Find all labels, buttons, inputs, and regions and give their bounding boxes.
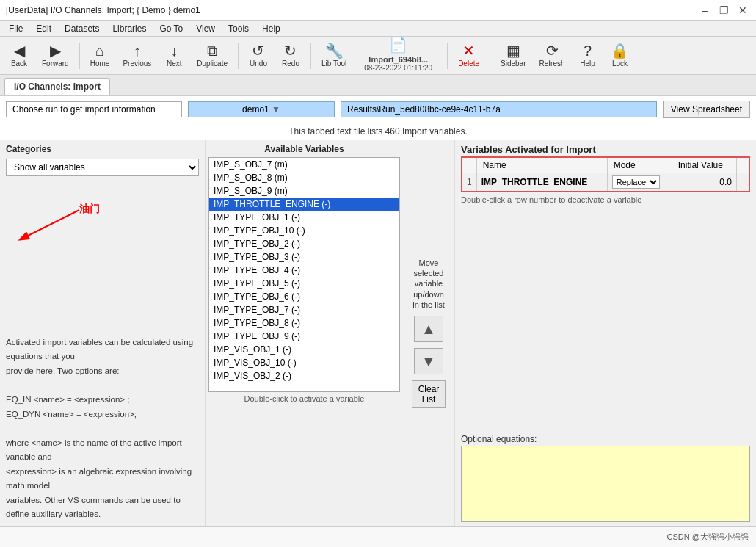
- sidebar-label: Sidebar: [501, 59, 526, 68]
- parsfile-icon: 📄: [389, 37, 407, 52]
- desc-code2: EQ_DYN <name> = <expression>;: [6, 410, 137, 419]
- home-label: Home: [90, 59, 110, 68]
- col-num-header: [462, 157, 476, 173]
- help-button[interactable]: ? Help: [573, 40, 603, 72]
- deactivate-hint: Double-click a row number to deactivate …: [461, 195, 750, 204]
- demo-dropdown-arrow[interactable]: ▼: [272, 104, 280, 115]
- list-item[interactable]: IMP_VIS_OBJ_1 (-): [209, 343, 399, 356]
- redo-button[interactable]: ↻ Redo: [276, 40, 305, 72]
- list-item[interactable]: IMP_VIS_OBJ_10 (-): [209, 356, 399, 369]
- col-scroll-header: [737, 157, 750, 173]
- col-name-header: Name: [476, 157, 607, 173]
- top-controls: Choose run to get import information dem…: [0, 96, 756, 123]
- previous-icon: ↑: [134, 43, 141, 58]
- list-item[interactable]: IMP_TYPE_OBJ_2 (-): [209, 237, 399, 250]
- close-button[interactable]: ✕: [735, 3, 750, 18]
- vars-activated-label: Variables Activated for Import: [461, 144, 750, 155]
- run-dropdown[interactable]: Choose run to get import information: [6, 101, 182, 117]
- right-panel: Variables Activated for Import Name Mode…: [455, 140, 756, 526]
- list-item[interactable]: IMP_TYPE_OBJ_4 (-): [209, 264, 399, 277]
- sidebar-button[interactable]: ▦ Sidebar: [495, 40, 531, 72]
- file-date: 08-23-2022 01:11:20: [364, 64, 432, 72]
- run-path: Results\Run_5ed808bc-ce9e-4c11-b7a: [341, 101, 657, 117]
- list-item[interactable]: IMP_TYPE_OBJ_8 (-): [209, 316, 399, 330]
- watermark-bar: CSDN @大强强小强强: [0, 526, 756, 547]
- equations-textarea[interactable]: [461, 446, 750, 522]
- spacer-cell: [737, 173, 750, 192]
- desc-line7: where <name> is the name of the active i…: [6, 438, 182, 462]
- list-item[interactable]: IMP_TYPE_OBJ_3 (-): [209, 250, 399, 264]
- forward-button[interactable]: ▶ Forward: [37, 40, 74, 72]
- next-label: Next: [167, 59, 182, 68]
- toolbar-separator-1: [79, 43, 80, 69]
- desc-line9: variables. Other VS commands can be used…: [6, 496, 181, 519]
- list-item[interactable]: IMP_S_OBJ_9 (m): [209, 184, 399, 198]
- move-controls: Moveselectedvariableup/downin the list ▲…: [403, 140, 454, 526]
- previous-label: Previous: [123, 59, 151, 68]
- list-item[interactable]: IMP_TYPE_OBJ_10 (-): [209, 224, 399, 237]
- lock-button[interactable]: 🔒 Lock: [606, 40, 635, 72]
- list-item[interactable]: IMP_TYPE_OBJ_7 (-): [209, 303, 399, 316]
- run-dropdown-wrapper: Choose run to get import information: [6, 101, 182, 117]
- list-item[interactable]: IMP_VIS_OBJ_2 (-): [209, 369, 399, 383]
- list-item[interactable]: IMP_S_OBJ_7 (m): [209, 158, 399, 171]
- move-up-button[interactable]: ▲: [414, 316, 443, 342]
- menu-view[interactable]: View: [190, 23, 221, 35]
- menu-tools[interactable]: Tools: [222, 23, 255, 35]
- menu-libraries[interactable]: Libraries: [106, 23, 152, 35]
- activated-vars-table: Name Mode Initial Value 1 IMP_THROTTLE_E…: [461, 156, 750, 192]
- tabbar: I/O Channels: Import: [0, 75, 756, 96]
- clear-list-button[interactable]: ClearList: [412, 380, 446, 408]
- desc-code1: EQ_IN <name> = <expression> ;: [6, 395, 129, 404]
- mode-select[interactable]: Replace Add: [612, 175, 660, 189]
- desc-line1: Activated import variables can be calcul…: [6, 338, 193, 361]
- available-variables-list[interactable]: IMP_S_OBJ_7 (m) IMP_S_OBJ_8 (m) IMP_S_OB…: [208, 157, 400, 392]
- list-item[interactable]: IMP_S_OBJ_8 (m): [209, 171, 399, 184]
- menu-goto[interactable]: Go To: [153, 23, 189, 35]
- previous-button[interactable]: ↑ Previous: [117, 40, 156, 72]
- menu-file[interactable]: File: [3, 23, 29, 35]
- description-area: Activated import variables can be calcul…: [6, 330, 199, 522]
- menu-help[interactable]: Help: [256, 23, 286, 35]
- move-down-button[interactable]: ▼: [414, 348, 443, 374]
- next-button[interactable]: ↓ Next: [159, 40, 189, 72]
- duplicate-label: Duplicate: [197, 59, 228, 68]
- menu-datasets[interactable]: Datasets: [59, 23, 105, 35]
- list-item-selected[interactable]: IMP_THROTTLE_ENGINE (-): [209, 198, 399, 211]
- minimize-button[interactable]: –: [697, 3, 712, 18]
- annotation-arrow: [6, 188, 206, 335]
- duplicate-icon: ⧉: [207, 43, 217, 58]
- list-item[interactable]: IMP_TYPE_OBJ_9 (-): [209, 330, 399, 343]
- menu-edit[interactable]: Edit: [30, 23, 57, 35]
- delete-button[interactable]: ✕ Delete: [453, 40, 484, 72]
- demo-input[interactable]: demo1 ▼: [188, 101, 335, 117]
- undo-button[interactable]: ↺ Undo: [244, 40, 273, 72]
- table-row: 1 IMP_THROTTLE_ENGINE Replace Add 0.0: [462, 173, 749, 192]
- list-item[interactable]: IMP_TYPE_OBJ_6 (-): [209, 290, 399, 303]
- refresh-button[interactable]: ⟳ Refresh: [534, 40, 570, 72]
- list-item[interactable]: IMP_TYPE_OBJ_1 (-): [209, 211, 399, 224]
- list-item[interactable]: IMP_TYPE_OBJ_5 (-): [209, 277, 399, 290]
- initial-value-cell: 0.0: [672, 173, 736, 192]
- menubar: File Edit Datasets Libraries Go To View …: [0, 21, 756, 37]
- content-wrapper: Choose run to get import information dem…: [0, 96, 756, 526]
- maximize-button[interactable]: ❐: [716, 3, 731, 18]
- categories-dropdown[interactable]: Show all variables Show selected Custom: [6, 159, 199, 176]
- var-name-cell: IMP_THROTTLE_ENGINE: [476, 173, 607, 192]
- lib-tool-button[interactable]: 🔧 Lib Tool: [316, 40, 352, 72]
- optional-equations-panel: Optional equations:: [461, 434, 750, 522]
- home-icon: ⌂: [95, 43, 104, 58]
- duplicate-button[interactable]: ⧉ Duplicate: [192, 40, 233, 72]
- categories-label: Categories: [6, 144, 199, 154]
- move-label: Moveselectedvariableup/downin the list: [412, 258, 444, 310]
- toolbar: ◀ Back ▶ Forward ⌂ Home ↑ Previous ↓ Nex…: [0, 37, 756, 75]
- toolbar-separator-4: [447, 43, 448, 69]
- row-number[interactable]: 1: [462, 173, 476, 192]
- back-button[interactable]: ◀ Back: [4, 40, 34, 72]
- undo-label: Undo: [250, 59, 267, 68]
- parsfile-button[interactable]: 📄 Import_694b8... 08-23-2022 01:11:20: [355, 40, 442, 72]
- view-spreadsheet-button[interactable]: View Spreadsheet: [663, 101, 750, 118]
- home-button[interactable]: ⌂ Home: [85, 40, 115, 72]
- delete-icon: ✕: [462, 43, 475, 58]
- io-channels-tab[interactable]: I/O Channels: Import: [4, 78, 110, 95]
